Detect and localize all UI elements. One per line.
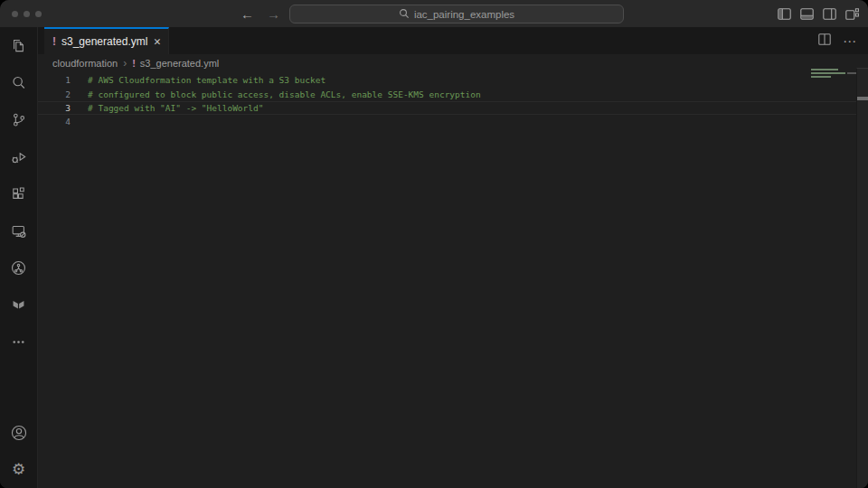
window-close-button[interactable] [12, 11, 18, 17]
search-icon [399, 8, 410, 21]
go-back-icon[interactable]: ← [241, 6, 254, 22]
breadcrumb-file-label: s3_generated.yml [140, 58, 219, 69]
split-editor-icon[interactable] [818, 33, 831, 49]
window-controls [12, 11, 42, 17]
breadcrumb: cloudformation › ! s3_generated.yml [38, 54, 868, 71]
remote-explorer-icon[interactable] [0, 212, 37, 249]
accounts-icon[interactable] [0, 414, 37, 451]
search-view-icon[interactable] [0, 64, 37, 101]
history-nav: ← → [241, 0, 280, 27]
line-number[interactable]: 2 [38, 89, 71, 99]
tab-bar: ! s3_generated.yml ✕ ⋯ [38, 27, 868, 54]
tab-close-icon[interactable]: ✕ [153, 36, 161, 47]
window-zoom-button[interactable] [35, 11, 42, 17]
code-line[interactable]: 2 # configured to block public access, d… [38, 87, 868, 100]
command-center-query: iac_pairing_examples [414, 9, 514, 20]
line-text: # Tagged with "AI" -> "HelloWorld" [88, 103, 263, 113]
terraform-icon[interactable] [0, 286, 37, 324]
line-number[interactable]: 1 [38, 75, 71, 85]
workbench: ⚙ ! s3_generated.yml ✕ ⋯ [0, 27, 868, 488]
code-line-active[interactable]: 3 # Tagged with "AI" -> "HelloWorld" [38, 101, 868, 115]
manage-gear-icon[interactable]: ⚙ [0, 451, 37, 488]
overview-ruler[interactable] [856, 68, 868, 488]
additional-views-icon[interactable] [0, 324, 37, 361]
breadcrumb-folder[interactable]: cloudformation [52, 58, 118, 69]
toggle-sidebar-right-icon[interactable] [823, 8, 836, 20]
cursor-position-marker [857, 97, 868, 100]
editor-group: ! s3_generated.yml ✕ ⋯ cloudformation › [38, 27, 868, 488]
customize-layout-icon[interactable] [845, 8, 859, 20]
extensions-icon[interactable] [0, 175, 37, 212]
toggle-sidebar-left-icon[interactable] [778, 8, 791, 20]
yaml-file-icon: ! [132, 58, 136, 69]
code-line[interactable]: 4 [38, 115, 868, 128]
layout-controls [778, 0, 859, 27]
window-minimize-button[interactable] [24, 11, 30, 17]
breadcrumb-file[interactable]: ! s3_generated.yml [132, 58, 219, 69]
explorer-icon[interactable] [0, 27, 37, 64]
line-text: # AWS Cloudformation template with a S3 … [88, 75, 326, 85]
run-and-debug-icon[interactable] [0, 138, 37, 175]
command-center[interactable]: iac_pairing_examples [289, 5, 624, 23]
breadcrumb-separator-icon: › [123, 57, 127, 70]
minimap[interactable] [811, 69, 862, 87]
editor-actions: ⋯ [818, 27, 856, 54]
go-forward-icon[interactable]: → [267, 6, 280, 22]
code-line[interactable]: 1 # AWS Cloudformation template with a S… [38, 73, 868, 87]
title-bar: ← → iac_pairing_examples [0, 0, 868, 27]
code-editor[interactable]: 1 # AWS Cloudformation template with a S… [38, 71, 868, 488]
tab-label: s3_generated.yml [61, 35, 147, 48]
source-control-icon[interactable] [0, 101, 37, 138]
line-number[interactable]: 3 [38, 103, 71, 113]
toggle-panel-icon[interactable] [800, 8, 814, 20]
more-actions-icon[interactable]: ⋯ [843, 34, 856, 48]
activity-bar: ⚙ [0, 27, 38, 488]
vscode-window: ← → iac_pairing_examples [0, 0, 868, 488]
git-graph-icon[interactable] [0, 249, 37, 286]
tab-s3-generated-yml[interactable]: ! s3_generated.yml ✕ [44, 27, 169, 54]
line-text: # configured to block public access, dis… [88, 89, 481, 99]
line-number[interactable]: 4 [38, 117, 71, 127]
yaml-file-icon: ! [52, 35, 56, 48]
